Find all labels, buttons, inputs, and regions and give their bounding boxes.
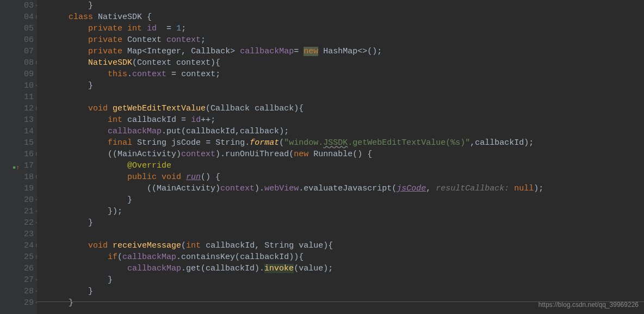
punct-token: .evaluateJavascript( xyxy=(299,184,397,193)
punct-token: , xyxy=(470,138,475,147)
code-line[interactable]: @Override xyxy=(49,160,644,171)
gutter-line: 14 xyxy=(0,126,34,137)
field-token: id xyxy=(147,24,157,33)
kw-token: int xyxy=(108,115,122,125)
punct-token: > xyxy=(230,47,235,56)
field-token: context xyxy=(166,35,201,45)
text-token xyxy=(49,127,108,136)
text-token xyxy=(49,218,88,227)
field-token: context xyxy=(220,184,255,193)
kw-token: null xyxy=(514,184,534,193)
type-token: String xyxy=(215,138,245,147)
text-token xyxy=(259,241,264,250)
field-token: context xyxy=(181,150,215,159)
text-token xyxy=(122,115,127,125)
line-number: 27 xyxy=(22,274,34,286)
code-line[interactable]: callbackMap.put(callbackId,callback); xyxy=(49,126,644,137)
punct-token: ++; xyxy=(201,115,215,125)
code-line[interactable]: this.context = context; xyxy=(49,69,644,80)
ann-token: @Override xyxy=(127,161,171,170)
code-line[interactable]: } xyxy=(49,217,644,229)
code-line[interactable]: void getWebEditTextValue(Callback callba… xyxy=(49,103,644,114)
punct-token: , xyxy=(255,241,259,250)
code-line[interactable]: void receiveMessage(int callbackId, Stri… xyxy=(49,240,644,251)
code-line[interactable]: } xyxy=(49,80,644,91)
code-line[interactable] xyxy=(49,91,644,103)
code-line[interactable]: ((MainActivity)context).runOnUiThread(ne… xyxy=(49,149,644,160)
punct-token: = xyxy=(171,70,176,79)
kw-token: private xyxy=(88,35,122,45)
code-line[interactable]: class NativeSDK { xyxy=(49,11,644,23)
code-line[interactable]: } xyxy=(49,286,644,297)
code-line[interactable]: final String jsCode = String.format("win… xyxy=(49,137,644,149)
line-number: 04 xyxy=(22,11,34,23)
line-number: 25 xyxy=(22,251,34,263)
punct-token: }); xyxy=(108,207,122,216)
type-token: Callback xyxy=(191,47,230,56)
kw-token: void xyxy=(88,104,108,113)
gutter-line: 05 xyxy=(0,23,34,34)
str-token: .getWebEditTextValue(%s)" xyxy=(348,138,470,147)
kw-token: void xyxy=(88,241,108,250)
punct-token: ); xyxy=(279,127,289,136)
text-token xyxy=(49,161,127,170)
punct-token: } xyxy=(108,275,113,285)
hlbg2-token: invoke xyxy=(264,264,294,273)
code-line[interactable]: ((MainActivity)context).webView.evaluate… xyxy=(49,183,644,194)
param-token: value xyxy=(299,264,323,273)
code-line[interactable]: } xyxy=(49,194,644,206)
kw-token: this xyxy=(108,70,127,79)
field-token: callbackMap xyxy=(122,253,176,262)
code-line[interactable]: int callbackId = id++; xyxy=(49,114,644,126)
punct-token: = xyxy=(181,115,186,125)
text-token xyxy=(308,150,313,159)
line-number: 07 xyxy=(22,46,34,57)
text-token xyxy=(49,47,88,56)
type-token: Callback xyxy=(210,104,250,113)
code-line[interactable]: callbackMap.get(callbackId).invoke(value… xyxy=(49,263,644,274)
text-token xyxy=(157,24,166,33)
line-number: 11 xyxy=(22,91,34,103)
fn-token: getWebEditTextValue xyxy=(113,104,206,113)
code-line[interactable]: private Map<Integer, Callback> callbackM… xyxy=(49,46,644,57)
text-token xyxy=(176,70,181,79)
text-token xyxy=(49,104,88,113)
line-number: 06 xyxy=(22,34,34,46)
text-token xyxy=(49,35,88,45)
punct-token: < xyxy=(142,47,147,56)
code-area[interactable]: } class NativeSDK { private int id = 1; … xyxy=(37,0,644,314)
gutter-line: 22⌙ xyxy=(0,217,34,229)
type-token: Map xyxy=(127,47,142,56)
type-token: String xyxy=(137,138,166,147)
text-token xyxy=(49,138,108,147)
code-line[interactable] xyxy=(49,229,644,240)
code-line[interactable]: if(callbackMap.containsKey(callbackId)){ xyxy=(49,251,644,263)
punct-token: ( xyxy=(181,241,186,250)
code-line[interactable]: } xyxy=(49,0,644,11)
code-line[interactable]: private Context context; xyxy=(49,34,644,46)
line-number: 16 xyxy=(22,149,34,160)
code-line[interactable]: private int id = 1; xyxy=(49,23,644,34)
gutter-line: 23 xyxy=(0,229,34,240)
text-token xyxy=(132,138,137,147)
code-line[interactable]: }); xyxy=(49,206,644,217)
line-number: 08 xyxy=(22,57,34,69)
punct-token: } xyxy=(127,195,132,205)
punct-token: ( xyxy=(206,104,210,113)
code-line[interactable]: NativeSDK(Context context){ xyxy=(49,57,644,69)
code-line[interactable]: public void run() { xyxy=(49,171,644,183)
text-token xyxy=(49,275,108,285)
type-token: Context xyxy=(127,35,162,45)
text-token xyxy=(49,253,108,262)
text-token xyxy=(186,47,191,56)
punct-token: ( xyxy=(117,253,122,262)
line-number: 21 xyxy=(22,206,34,217)
field-token: context xyxy=(132,70,166,79)
punct-token: . xyxy=(245,138,250,147)
text-token xyxy=(49,70,108,79)
watermark-text: https://blog.csdn.net/qq_39969226 xyxy=(538,299,639,311)
punct-token: ); xyxy=(524,138,534,147)
type-token: HashMap xyxy=(323,47,357,56)
code-line[interactable]: } xyxy=(49,274,644,286)
text-token xyxy=(49,81,88,90)
